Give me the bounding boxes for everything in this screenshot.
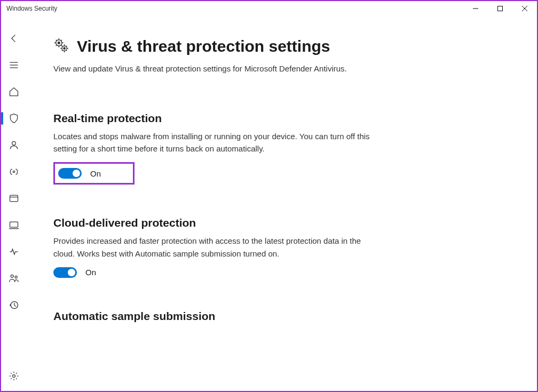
cloud-toggle-row: On — [53, 267, 510, 278]
titlebar: Windows Security — [1, 1, 537, 16]
realtime-title: Real-time protection — [53, 112, 510, 125]
svg-point-18 — [58, 42, 60, 44]
family-options-icon[interactable] — [1, 267, 27, 290]
realtime-section: Real-time protection Locates and stops m… — [53, 112, 510, 185]
protection-history-icon[interactable] — [1, 293, 27, 317]
svg-point-13 — [11, 275, 13, 277]
content: Virus & threat protection settings View … — [27, 16, 537, 391]
maximize-button[interactable] — [488, 1, 512, 16]
realtime-toggle[interactable] — [58, 168, 82, 179]
realtime-desc: Locates and stops malware from installin… — [53, 130, 379, 155]
svg-point-8 — [13, 171, 14, 172]
svg-rect-1 — [498, 6, 503, 11]
settings-icon[interactable] — [1, 364, 27, 388]
device-security-icon[interactable] — [1, 213, 27, 237]
page-subtitle: View and update Virus & threat protectio… — [53, 63, 395, 75]
shield-icon[interactable] — [1, 107, 27, 130]
cloud-title: Cloud-delivered protection — [53, 217, 510, 229]
svg-point-7 — [12, 141, 16, 145]
minimize-button[interactable] — [463, 1, 488, 16]
device-performance-icon[interactable] — [1, 240, 27, 263]
svg-point-20 — [64, 47, 65, 49]
cloud-toggle-label: On — [85, 268, 96, 277]
app-browser-icon[interactable] — [1, 187, 27, 210]
svg-rect-9 — [10, 195, 18, 202]
realtime-toggle-label: On — [90, 169, 101, 178]
realtime-toggle-row: On — [53, 162, 134, 185]
svg-point-16 — [13, 375, 15, 378]
svg-rect-11 — [10, 222, 18, 227]
window-title: Windows Security — [6, 5, 57, 12]
page-title: Virus & threat protection settings — [77, 37, 330, 55]
close-button[interactable] — [512, 1, 537, 16]
account-icon[interactable] — [1, 133, 27, 157]
cloud-toggle[interactable] — [53, 267, 77, 278]
gears-icon — [53, 37, 69, 55]
home-icon[interactable] — [1, 80, 27, 103]
window-controls — [463, 1, 537, 16]
sidebar — [1, 16, 27, 391]
auto-sample-title: Automatic sample submission — [53, 310, 510, 323]
firewall-icon[interactable] — [1, 160, 27, 183]
svg-point-14 — [15, 276, 17, 278]
cloud-desc: Provides increased and faster protection… — [53, 235, 379, 260]
page-header: Virus & threat protection settings — [53, 37, 510, 55]
menu-button[interactable] — [1, 53, 27, 77]
back-button[interactable] — [1, 27, 27, 50]
cloud-section: Cloud-delivered protection Provides incr… — [53, 217, 510, 278]
